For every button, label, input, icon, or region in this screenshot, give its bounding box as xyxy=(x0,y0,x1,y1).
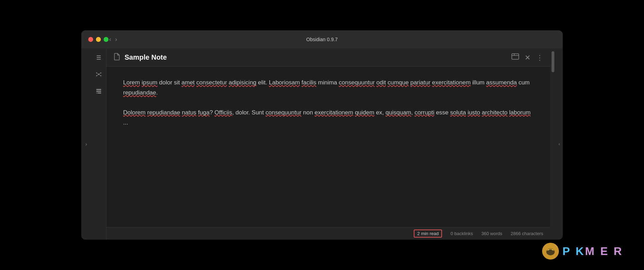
word-soluta: soluta xyxy=(450,109,466,116)
svg-line-11 xyxy=(99,74,101,76)
backlinks-status: 0 backlinks xyxy=(450,231,473,236)
words-status: 360 words xyxy=(481,231,502,236)
word-quisquam: quisquam xyxy=(385,109,411,116)
word-facilis: facilis xyxy=(301,79,316,86)
word-ipsum: ipsum xyxy=(142,79,157,86)
forward-button[interactable]: › xyxy=(115,36,117,43)
word-consequuntur2: consequuntur xyxy=(265,109,301,116)
word-repudiandae2: repudiandae xyxy=(147,109,180,116)
preview-toggle-button[interactable] xyxy=(511,53,519,61)
nav-buttons: ‹ › xyxy=(109,36,117,43)
word-dolorem: Dolorem xyxy=(123,109,145,116)
word-quidem: quidem xyxy=(355,109,374,116)
svg-rect-12 xyxy=(96,89,101,90)
svg-rect-15 xyxy=(96,92,98,93)
minimize-button[interactable] xyxy=(96,37,101,42)
obsidian-window: ‹ › Obsidian 0.9.7 › xyxy=(81,30,563,240)
word-exercitationem2: exercitationem xyxy=(315,109,353,116)
word-lorem: Lorem xyxy=(123,79,140,86)
characters-status: 2866 characters xyxy=(511,231,543,236)
chevron-left-icon: ‹ xyxy=(559,142,560,147)
word-natus: natus xyxy=(182,109,196,116)
note-header-actions: ✕ ⋮ xyxy=(511,53,543,62)
svg-point-21 xyxy=(548,249,549,250)
close-note-button[interactable]: ✕ xyxy=(525,53,531,62)
word-consequuntur: consequuntur xyxy=(339,79,375,86)
word-officiis: Officiis xyxy=(215,109,232,116)
chevron-right-icon: › xyxy=(85,141,87,147)
titlebar: ‹ › Obsidian 0.9.7 xyxy=(81,30,563,48)
svg-rect-2 xyxy=(97,59,101,60)
pkmer-label: P KM E R xyxy=(562,245,623,258)
main-content: › xyxy=(81,48,563,240)
scrollbar-thumb[interactable] xyxy=(552,51,554,72)
note-header: Sample Note ✕ ⋮ xyxy=(106,48,550,67)
word-cumque: cumque xyxy=(388,79,409,86)
back-button[interactable]: ‹ xyxy=(109,36,111,43)
status-bar: 2 min read 0 backlinks 360 words 2866 ch… xyxy=(106,227,550,240)
paragraph-1: Lorem ipsum dolor sit amet consectetur a… xyxy=(123,78,533,98)
word-exercitationem: exercitationem xyxy=(432,79,471,86)
scrollbar-area[interactable] xyxy=(550,48,556,240)
window-title: Obsidian 0.9.7 xyxy=(306,37,338,42)
svg-line-10 xyxy=(97,74,99,76)
word-corrupti: corrupti xyxy=(414,109,434,116)
word-amet: amet xyxy=(181,79,195,86)
traffic-lights xyxy=(88,37,108,42)
word-architecto: architecto xyxy=(482,109,508,116)
word-assumenda: assumenda xyxy=(486,79,517,86)
word-repudiandae: repudiandae xyxy=(123,89,156,96)
svg-point-22 xyxy=(552,249,553,250)
min-read-status[interactable]: 2 min read xyxy=(414,230,442,238)
more-options-button[interactable]: ⋮ xyxy=(536,53,543,62)
svg-line-8 xyxy=(97,73,99,74)
svg-rect-16 xyxy=(512,54,519,59)
paragraph-2: Dolorem repudiandae natus fuga? Officiis… xyxy=(123,108,533,128)
icon-panel xyxy=(91,48,106,240)
graph-icon[interactable] xyxy=(94,69,104,79)
svg-rect-13 xyxy=(96,91,101,92)
editor-area: Sample Note ✕ ⋮ Lorem ipsum xyxy=(106,48,550,240)
svg-rect-0 xyxy=(97,55,101,56)
word-consectetur: consectetur xyxy=(196,79,227,86)
sidebar-toggle[interactable]: › xyxy=(81,48,91,240)
word-pariatur: pariatur xyxy=(410,79,430,86)
note-file-icon xyxy=(113,53,120,62)
word-fuga: fuga xyxy=(198,109,210,116)
word-odit: odit xyxy=(376,79,386,86)
maximize-button[interactable] xyxy=(104,37,108,42)
pkmer-logo xyxy=(542,243,559,260)
note-title: Sample Note xyxy=(125,53,511,61)
word-adipisicing: adipisicing xyxy=(229,79,256,86)
close-button[interactable] xyxy=(88,37,93,42)
svg-rect-1 xyxy=(97,57,101,58)
word-laboriosam: Laboriosam xyxy=(269,79,300,86)
word-laborum: laborum xyxy=(509,109,530,116)
right-panel-toggle[interactable]: ‹ xyxy=(556,48,563,240)
checklist-icon[interactable] xyxy=(94,86,104,96)
note-content[interactable]: Lorem ipsum dolor sit amet consectetur a… xyxy=(106,67,550,227)
svg-line-9 xyxy=(99,73,101,74)
pkmer-watermark: P KM E R xyxy=(542,243,623,260)
file-list-icon[interactable] xyxy=(94,53,104,62)
word-iusto: iusto xyxy=(467,109,480,116)
